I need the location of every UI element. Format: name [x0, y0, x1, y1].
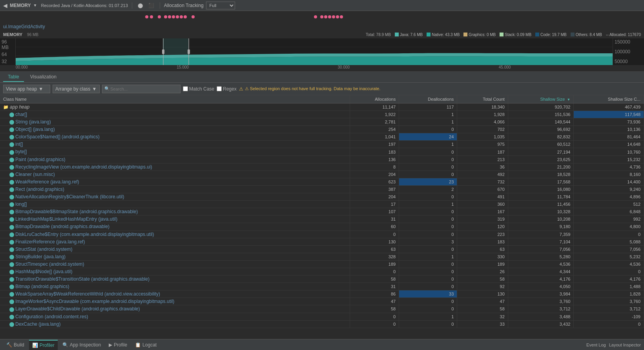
table-row[interactable]: ImageWorker$AsyncDrawable (com.example.a…	[0, 298, 644, 305]
cell-class-name[interactable]: StructTimespec (android.system)	[0, 260, 350, 268]
table-row[interactable]: Cleaner (sun.misc)204049218,5288,160	[0, 170, 644, 178]
table-row[interactable]: Paint (android.graphics)136021323,62515,…	[0, 156, 644, 163]
class-name-text[interactable]: char[]	[15, 112, 27, 117]
table-row[interactable]: WeakReference (java.lang.ref)6232373217,…	[0, 178, 644, 185]
class-name-text[interactable]: Object[] (java.lang)	[15, 127, 55, 132]
table-row[interactable]: Rect (android.graphics)387267016,0809,24…	[0, 185, 644, 193]
event-log-button[interactable]: Event Log	[586, 343, 606, 347]
table-row[interactable]: LayerDrawable$ChildDrawable (android.gra…	[0, 305, 644, 313]
table-row[interactable]: WeakSparseArray$WeakReferenceWithId (and…	[0, 290, 644, 298]
cell-class-name[interactable]: NativeAllocationRegistry$CleanerThunk (l…	[0, 193, 350, 201]
class-name-text[interactable]: TransitionDrawable$TransitionState (andr…	[15, 276, 150, 282]
class-name-text[interactable]: String (java.lang)	[15, 119, 51, 125]
cell-class-name[interactable]: LinkedHashMap$LinkedHashMapEntry (java.u…	[0, 216, 350, 223]
cell-class-name[interactable]: String (java.lang)	[0, 118, 350, 126]
cell-class-name[interactable]: Rect (android.graphics)	[0, 185, 350, 193]
cell-class-name[interactable]: StringBuilder (java.lang)	[0, 253, 350, 260]
tab-visualization[interactable]: Visualization	[26, 73, 61, 82]
table-row[interactable]: byte[]183018727,19410,760	[0, 148, 644, 156]
cell-class-name[interactable]: Bitmap (android.graphics)	[0, 283, 350, 290]
table-row[interactable]: FinalizerReference (java.lang.ref)130318…	[0, 238, 644, 245]
cell-class-name[interactable]: 📁 app heap	[0, 103, 350, 111]
class-name-text[interactable]: LinkedHashMap$LinkedHashMapEntry (java.u…	[15, 216, 117, 222]
record-button[interactable]: ⬤	[136, 2, 144, 9]
class-name-text[interactable]: Cleaner (sun.misc)	[15, 172, 55, 177]
cell-class-name[interactable]: Cleaner (sun.misc)	[0, 170, 350, 178]
class-name-text[interactable]: byte[]	[15, 149, 27, 154]
table-row[interactable]: HashMap$Node[] (java.util)00264,3440	[0, 268, 644, 275]
table-row[interactable]: Configuration (android.content.res)01323…	[0, 313, 644, 320]
table-row[interactable]: Object[] (java.lang)254070296,69210,136	[0, 126, 644, 133]
table-row[interactable]: ColorSpace$Named[] (android.graphics)1,0…	[0, 133, 644, 141]
table-row[interactable]: TransitionDrawable$TransitionState (andr…	[0, 276, 644, 283]
class-name-text[interactable]: Configuration (android.content.res)	[15, 314, 88, 319]
table-row[interactable]: StructStat (android.system)630637,0567,0…	[0, 245, 644, 253]
memory-dropdown-arrow[interactable]: ▼	[33, 3, 37, 7]
cell-class-name[interactable]: WeakReference (java.lang.ref)	[0, 178, 350, 185]
cell-class-name[interactable]: DiskLruCache$Entry (com.example.android.…	[0, 230, 350, 238]
bottom-tab-logcat[interactable]: 📋 Logcat	[132, 340, 160, 350]
cell-class-name[interactable]: WeakSparseArray$WeakReferenceWithId (and…	[0, 290, 350, 298]
col-allocations[interactable]: Allocations	[350, 95, 399, 103]
table-row[interactable]: Bitmap (android.graphics)310924,0501,488	[0, 283, 644, 290]
cell-class-name[interactable]: LayerDrawable$ChildDrawable (android.gra…	[0, 305, 350, 313]
back-button[interactable]: ◀	[3, 2, 7, 9]
col-deallocations[interactable]: Deallocations	[399, 95, 457, 103]
class-name-text[interactable]: DiskLruCache$Entry (com.example.android.…	[15, 232, 154, 237]
table-row[interactable]: String (java.lang)2,78114,066149,54473,9…	[0, 118, 644, 126]
class-name-text[interactable]: ColorSpace$Named[] (android.graphics)	[15, 134, 100, 140]
class-name-text[interactable]: ImageWorker$AsyncDrawable (com.example.a…	[15, 299, 174, 304]
table-row[interactable]: RecyclingImageView (com.example.android.…	[0, 163, 644, 170]
cell-class-name[interactable]: char[]	[0, 111, 350, 118]
tab-table[interactable]: Table	[3, 73, 24, 82]
heap-dropdown[interactable]: View app heap ▼	[3, 85, 50, 93]
cell-class-name[interactable]: byte[]	[0, 148, 350, 156]
table-row[interactable]: long[]17136011,456512	[0, 201, 644, 208]
allocation-tracking-select[interactable]: Full Sampled None	[206, 2, 235, 9]
cell-class-name[interactable]: FinalizerReference (java.lang.ref)	[0, 238, 350, 245]
cell-class-name[interactable]: long[]	[0, 201, 350, 208]
table-row[interactable]: BitmapDrawable$BitmapState (android.grap…	[0, 208, 644, 216]
table-row[interactable]: StringBuilder (java.lang)32813305,2805,2…	[0, 253, 644, 260]
regex-checkbox-label[interactable]: Regex	[217, 86, 237, 92]
class-name-text[interactable]: RecyclingImageView (com.example.android.…	[15, 164, 152, 170]
layout-inspector-button[interactable]: Layout Inspector	[609, 343, 641, 347]
cell-class-name[interactable]: BitmapDrawable (android.graphics.drawabl…	[0, 223, 350, 230]
match-case-checkbox-label[interactable]: Match Case	[183, 86, 214, 92]
table-row[interactable]: 📁 app heap11,14711718,340920,702467,439	[0, 103, 644, 111]
class-name-text[interactable]: Bitmap (android.graphics)	[15, 284, 69, 289]
class-name-text[interactable]: WeakReference (java.lang.ref)	[15, 179, 79, 185]
match-case-checkbox[interactable]	[183, 86, 188, 91]
class-name-text[interactable]: FinalizerReference (java.lang.ref)	[15, 239, 85, 245]
col-class-name[interactable]: Class Name	[0, 95, 350, 103]
cell-class-name[interactable]: DexCache (java.lang)	[0, 320, 350, 328]
cell-class-name[interactable]: StructStat (android.system)	[0, 245, 350, 253]
class-name-text[interactable]: StringBuilder (java.lang)	[15, 254, 66, 259]
cell-class-name[interactable]: HashMap$Node[] (java.util)	[0, 268, 350, 275]
bottom-tab-app-inspection[interactable]: 🔍 App Inspection	[59, 340, 104, 350]
table-row[interactable]: int[]197197560,51214,648	[0, 141, 644, 148]
cell-class-name[interactable]: Object[] (java.lang)	[0, 126, 350, 133]
class-name-text[interactable]: int[]	[15, 141, 23, 147]
data-table-container[interactable]: Class Name Allocations Deallocations Tot…	[0, 95, 644, 339]
table-row[interactable]: DiskLruCache$Entry (com.example.android.…	[0, 230, 644, 238]
bottom-tab-profile[interactable]: ▶ Profile	[106, 340, 130, 350]
class-name-text[interactable]: DexCache (java.lang)	[15, 321, 60, 327]
table-row[interactable]: NativeAllocationRegistry$CleanerThunk (l…	[0, 193, 644, 201]
class-name-text[interactable]: NativeAllocationRegistry$CleanerThunk (l…	[15, 194, 124, 199]
table-row[interactable]: char[]1,92211,928151,536117,548	[0, 111, 644, 118]
col-shallow-size[interactable]: Shallow Size ▼	[508, 95, 574, 103]
cell-class-name[interactable]: Configuration (android.content.res)	[0, 313, 350, 320]
table-row[interactable]: DexCache (java.lang)00333,4320	[0, 320, 644, 328]
class-name-text[interactable]: StructTimespec (android.system)	[15, 261, 84, 267]
stop-button[interactable]: ⬛	[147, 2, 156, 9]
search-input[interactable]	[102, 85, 181, 93]
cell-class-name[interactable]: RecyclingImageView (com.example.android.…	[0, 163, 350, 170]
class-name-text[interactable]: Paint (android.graphics)	[15, 157, 65, 162]
graph-canvas[interactable]	[16, 38, 613, 65]
col-total-count[interactable]: Total Count	[457, 95, 508, 103]
class-name-text[interactable]: WeakSparseArray$WeakReferenceWithId (and…	[15, 291, 160, 297]
bottom-tab-build[interactable]: 🔨 Build	[3, 340, 27, 350]
class-name-text[interactable]: long[]	[15, 201, 27, 207]
table-row[interactable]: StructTimespec (android.system)18901894,…	[0, 260, 644, 268]
